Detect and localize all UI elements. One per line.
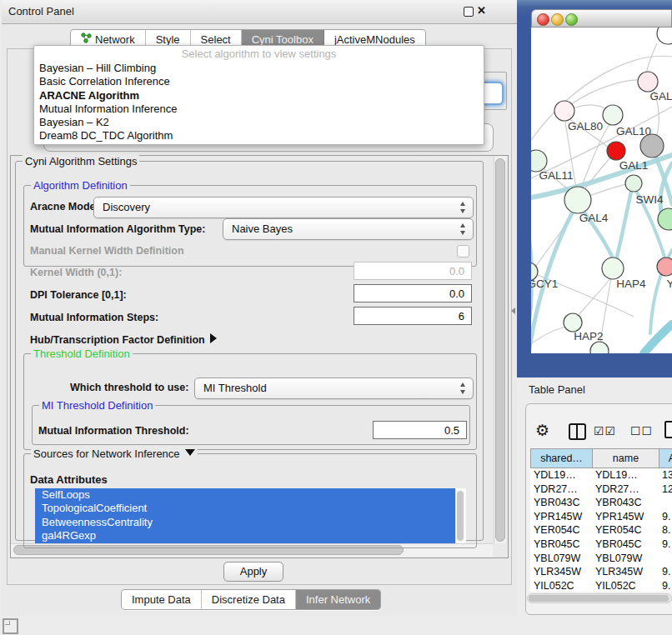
mi-threshold-group-title: MI Threshold Definition xyxy=(39,399,155,412)
node-label-hap2: HAP2 xyxy=(574,330,603,342)
network-node-gal1[interactable] xyxy=(607,142,625,160)
table-cell: YBR043C xyxy=(530,496,592,510)
table-row[interactable]: YPR145WYPR145W9. xyxy=(530,510,672,524)
algorithm-option[interactable]: Bayesian – K2 xyxy=(34,116,484,129)
algorithm-option[interactable]: ARACNE Algorithm xyxy=(34,89,484,102)
unchecked-pair-icon[interactable]: ☐☐ xyxy=(630,424,653,438)
data-attributes-label: Data Attributes xyxy=(30,473,108,486)
mi-algorithm-type-value: Naive Bayes xyxy=(223,219,473,238)
column-header-name[interactable]: name xyxy=(592,448,659,468)
network-edge-thick xyxy=(616,192,631,260)
checked-pair-icon[interactable]: ☑☑ xyxy=(594,424,616,438)
aracne-mode-combobox[interactable]: Discovery xyxy=(93,197,474,218)
manual-kernel-width-label: Manual Kernel Width Definition xyxy=(30,245,184,257)
network-window-titlebar[interactable] xyxy=(531,9,672,28)
attributes-scrollbar-thumb[interactable] xyxy=(457,491,464,541)
sources-disclosure[interactable]: Sources for Network Inference xyxy=(31,448,198,460)
settings-vscrollbar-thumb[interactable] xyxy=(495,158,505,542)
mi-threshold-field[interactable] xyxy=(373,421,467,439)
kernel-width-field[interactable] xyxy=(354,262,472,280)
algorithm-option[interactable]: Mutual Information Inference xyxy=(34,102,484,116)
network-node-gal[interactable] xyxy=(638,72,658,92)
node-label-gal10: GAL10 xyxy=(616,125,651,138)
table-row[interactable]: YER054CYER054C8. xyxy=(530,523,672,538)
attribute-list-item[interactable]: BetweennessCentrality xyxy=(35,516,455,529)
bottom-tab-discretize-data[interactable]: Discretize Data xyxy=(202,590,296,609)
dpi-tolerance-field[interactable] xyxy=(354,284,472,302)
algorithm-option[interactable]: Bayesian – Hill Climbing xyxy=(34,62,484,75)
mi-steps-field[interactable] xyxy=(354,307,472,325)
close-window-icon[interactable] xyxy=(537,13,549,26)
table-cell xyxy=(659,496,672,510)
aracne-mode-label: Aracne Mode: xyxy=(30,201,99,212)
minimize-window-icon[interactable] xyxy=(551,13,564,26)
attribute-list-item[interactable]: gal4RGexp xyxy=(35,529,455,542)
mi-steps-label: Mutual Information Steps: xyxy=(30,312,158,323)
table-row[interactable]: YBR045CYBR045C9. xyxy=(530,538,672,552)
document-icon[interactable] xyxy=(664,421,672,438)
table-row[interactable]: YIL052CYIL052C9. xyxy=(530,579,672,592)
node-label-y: Y xyxy=(666,278,672,290)
which-threshold-value: MI Threshold xyxy=(195,378,473,398)
settings-gear-icon[interactable]: ⚙ xyxy=(535,421,549,440)
kernel-width-label: Kernel Width (0,1): xyxy=(30,267,122,278)
network-node-hap4[interactable] xyxy=(602,258,624,279)
network-node[interactable] xyxy=(657,28,672,44)
network-node-gal10[interactable] xyxy=(603,105,623,125)
network-edge-thick xyxy=(644,324,672,353)
attribute-list-item[interactable]: TopologicalCoefficient xyxy=(35,502,455,515)
network-node[interactable] xyxy=(625,175,642,192)
node-label-gal4: GAL4 xyxy=(579,212,609,224)
table-cell: YIL052C xyxy=(530,579,592,592)
network-edge xyxy=(646,43,657,74)
node-label-gal: GAL xyxy=(649,90,672,102)
table-row[interactable]: YLR345WYLR345W9. xyxy=(530,565,672,579)
table-cell: 9. xyxy=(659,579,672,592)
column-split-icon[interactable] xyxy=(569,423,586,440)
network-canvas[interactable]: GALGAL80GAL10GAL1GAL11SWI4GAL4GCY1HAP4YH… xyxy=(531,28,672,353)
table-hscrollbar-thumb[interactable] xyxy=(529,595,669,602)
table-row[interactable]: YDL19…YDL19…13… xyxy=(530,468,672,482)
table-cell: 9. xyxy=(659,565,672,579)
attribute-list-item[interactable]: SelfLoops xyxy=(35,488,455,502)
close-panel-icon[interactable]: ✕ xyxy=(477,4,486,17)
network-edge xyxy=(583,157,611,192)
network-edge xyxy=(579,278,611,315)
table-cell: YBR045C xyxy=(530,538,592,552)
algorithm-option[interactable]: Basic Correlation Inference xyxy=(34,75,484,88)
apply-button[interactable]: Apply xyxy=(223,562,283,582)
hub-definition-label: Hub/Transcription Factor Definition xyxy=(30,334,205,346)
mi-algorithm-type-combobox[interactable]: Naive Bayes xyxy=(223,218,474,240)
network-node-gal4[interactable] xyxy=(564,187,591,213)
table-row[interactable]: YBL079WYBL079W xyxy=(530,552,672,566)
algorithm-option[interactable]: Dream8 DC_TDC Algorithm xyxy=(34,129,484,142)
which-threshold-combobox[interactable]: MI Threshold xyxy=(194,378,474,399)
table-cell: 9. xyxy=(659,538,672,552)
table-row[interactable]: YBR043CYBR043C xyxy=(530,496,672,510)
splitter-collapse-icon[interactable] xyxy=(511,308,515,314)
network-node-y[interactable] xyxy=(657,258,672,276)
network-node-gal80[interactable] xyxy=(554,101,574,121)
table-cell: YBR045C xyxy=(592,538,659,552)
node-label-hap4: HAP4 xyxy=(616,278,646,290)
zoom-window-icon[interactable] xyxy=(565,13,578,26)
column-header-shared…[interactable]: shared… xyxy=(530,448,592,468)
network-node[interactable] xyxy=(640,134,664,158)
sources-title: Sources for Network Inference xyxy=(33,448,180,460)
mini-window-icon[interactable] xyxy=(3,618,18,634)
table-row[interactable]: YDR27…YDR27…12… xyxy=(530,482,672,497)
network-node[interactable] xyxy=(590,342,609,353)
column-header-A[interactable]: A xyxy=(659,448,672,468)
network-node-hap2[interactable] xyxy=(564,313,582,332)
table-panel-title: Table Panel xyxy=(529,383,585,396)
manual-kernel-width-checkbox[interactable] xyxy=(457,245,469,258)
table-cell: YDL19… xyxy=(592,468,659,482)
bottom-tab-impute-data[interactable]: Impute Data xyxy=(122,590,202,609)
bottom-tab-infer-network[interactable]: Infer Network xyxy=(296,590,380,609)
table-cell: 8. xyxy=(659,523,672,538)
table-cell: YBL079W xyxy=(592,552,659,566)
aracne-mode-value: Discovery xyxy=(94,198,473,217)
hub-definition-disclosure[interactable]: Hub/Transcription Factor Definition xyxy=(30,333,217,346)
float-window-icon[interactable] xyxy=(464,7,474,17)
table-cell xyxy=(659,552,672,566)
